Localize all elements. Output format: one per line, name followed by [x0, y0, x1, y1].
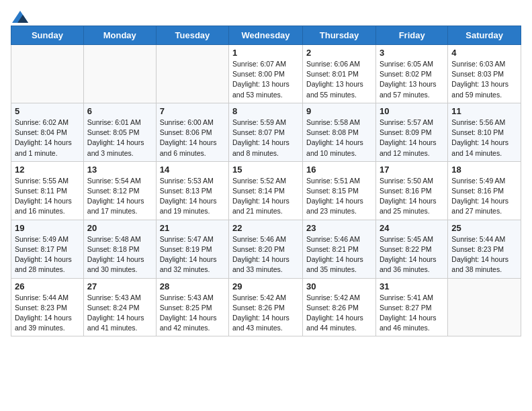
day-number: 20 — [87, 223, 152, 233]
calendar-cell: 28Sunrise: 5:43 AM Sunset: 8:25 PM Dayli… — [156, 278, 228, 336]
day-number: 13 — [87, 165, 152, 175]
day-header-saturday: Saturday — [448, 26, 521, 45]
calendar-cell: 14Sunrise: 5:53 AM Sunset: 8:13 PM Dayli… — [156, 161, 228, 220]
day-number: 3 — [380, 48, 444, 58]
day-number: 1 — [232, 48, 299, 58]
day-number: 26 — [15, 281, 80, 291]
day-number: 9 — [306, 106, 372, 116]
calendar-cell: 15Sunrise: 5:52 AM Sunset: 8:14 PM Dayli… — [229, 161, 303, 220]
calendar-cell: 30Sunrise: 5:42 AM Sunset: 8:26 PM Dayli… — [303, 278, 376, 336]
day-info: Sunrise: 5:52 AM Sunset: 8:14 PM Dayligh… — [232, 176, 299, 217]
calendar-cell: 18Sunrise: 5:49 AM Sunset: 8:16 PM Dayli… — [448, 161, 521, 220]
day-number: 15 — [232, 165, 299, 175]
day-info: Sunrise: 5:46 AM Sunset: 8:20 PM Dayligh… — [232, 234, 299, 275]
day-info: Sunrise: 6:06 AM Sunset: 8:01 PM Dayligh… — [306, 59, 372, 100]
day-number: 31 — [380, 281, 444, 291]
day-info: Sunrise: 5:51 AM Sunset: 8:15 PM Dayligh… — [306, 176, 372, 217]
calendar-week-row: 19Sunrise: 5:49 AM Sunset: 8:17 PM Dayli… — [11, 220, 521, 278]
day-info: Sunrise: 5:56 AM Sunset: 8:10 PM Dayligh… — [451, 118, 517, 158]
calendar-cell — [83, 45, 156, 103]
day-info: Sunrise: 6:03 AM Sunset: 8:03 PM Dayligh… — [451, 59, 517, 100]
day-info: Sunrise: 6:07 AM Sunset: 8:00 PM Dayligh… — [232, 59, 299, 100]
calendar-cell: 29Sunrise: 5:42 AM Sunset: 8:26 PM Dayli… — [229, 278, 303, 336]
day-number: 30 — [306, 281, 372, 291]
day-info: Sunrise: 5:44 AM Sunset: 8:23 PM Dayligh… — [15, 293, 80, 334]
day-info: Sunrise: 5:41 AM Sunset: 8:27 PM Dayligh… — [380, 293, 444, 334]
day-number: 27 — [87, 281, 152, 291]
day-number: 5 — [15, 106, 80, 116]
day-number: 18 — [451, 165, 517, 175]
calendar-week-row: 12Sunrise: 5:55 AM Sunset: 8:11 PM Dayli… — [11, 161, 521, 220]
day-number: 17 — [380, 165, 444, 175]
day-info: Sunrise: 6:01 AM Sunset: 8:05 PM Dayligh… — [87, 118, 152, 158]
day-info: Sunrise: 5:42 AM Sunset: 8:26 PM Dayligh… — [232, 293, 299, 334]
calendar-cell: 21Sunrise: 5:47 AM Sunset: 8:19 PM Dayli… — [156, 220, 228, 278]
day-info: Sunrise: 5:53 AM Sunset: 8:13 PM Dayligh… — [160, 176, 225, 217]
day-header-monday: Monday — [83, 26, 156, 45]
day-number: 7 — [160, 106, 225, 116]
day-header-tuesday: Tuesday — [156, 26, 228, 45]
calendar-cell: 5Sunrise: 6:02 AM Sunset: 8:04 PM Daylig… — [11, 103, 84, 161]
day-info: Sunrise: 5:58 AM Sunset: 8:08 PM Dayligh… — [306, 118, 372, 158]
day-header-sunday: Sunday — [11, 26, 84, 45]
calendar-cell: 1Sunrise: 6:07 AM Sunset: 8:00 PM Daylig… — [229, 45, 303, 103]
calendar-cell: 25Sunrise: 5:44 AM Sunset: 8:23 PM Dayli… — [448, 220, 521, 278]
calendar-cell: 23Sunrise: 5:46 AM Sunset: 8:21 PM Dayli… — [303, 220, 376, 278]
day-header-wednesday: Wednesday — [229, 26, 303, 45]
day-number: 23 — [306, 223, 372, 233]
day-number: 22 — [232, 223, 299, 233]
day-info: Sunrise: 5:49 AM Sunset: 8:16 PM Dayligh… — [451, 176, 517, 217]
calendar-cell: 4Sunrise: 6:03 AM Sunset: 8:03 PM Daylig… — [448, 45, 521, 103]
day-number: 16 — [306, 165, 372, 175]
calendar-cell: 7Sunrise: 6:00 AM Sunset: 8:06 PM Daylig… — [156, 103, 228, 161]
calendar-cell — [156, 45, 228, 103]
day-number: 11 — [451, 106, 517, 116]
calendar-cell: 17Sunrise: 5:50 AM Sunset: 8:16 PM Dayli… — [375, 161, 447, 220]
calendar-cell: 19Sunrise: 5:49 AM Sunset: 8:17 PM Dayli… — [11, 220, 84, 278]
calendar-header-row: SundayMondayTuesdayWednesdayThursdayFrid… — [11, 26, 521, 45]
day-info: Sunrise: 5:50 AM Sunset: 8:16 PM Dayligh… — [380, 176, 444, 217]
calendar-cell: 12Sunrise: 5:55 AM Sunset: 8:11 PM Dayli… — [11, 161, 84, 220]
calendar-cell: 6Sunrise: 6:01 AM Sunset: 8:05 PM Daylig… — [83, 103, 156, 161]
day-info: Sunrise: 5:43 AM Sunset: 8:24 PM Dayligh… — [87, 293, 152, 334]
logo — [11, 11, 28, 20]
calendar-week-row: 1Sunrise: 6:07 AM Sunset: 8:00 PM Daylig… — [11, 45, 521, 103]
day-info: Sunrise: 5:55 AM Sunset: 8:11 PM Dayligh… — [15, 176, 80, 217]
day-header-thursday: Thursday — [303, 26, 376, 45]
calendar-cell: 27Sunrise: 5:43 AM Sunset: 8:24 PM Dayli… — [83, 278, 156, 336]
day-number: 19 — [15, 223, 80, 233]
day-number: 2 — [306, 48, 372, 58]
day-info: Sunrise: 5:45 AM Sunset: 8:22 PM Dayligh… — [380, 234, 444, 275]
day-number: 14 — [160, 165, 225, 175]
calendar-cell: 26Sunrise: 5:44 AM Sunset: 8:23 PM Dayli… — [11, 278, 84, 336]
calendar-cell: 2Sunrise: 6:06 AM Sunset: 8:01 PM Daylig… — [303, 45, 376, 103]
calendar-cell: 31Sunrise: 5:41 AM Sunset: 8:27 PM Dayli… — [375, 278, 447, 336]
calendar-cell: 16Sunrise: 5:51 AM Sunset: 8:15 PM Dayli… — [303, 161, 376, 220]
day-info: Sunrise: 5:59 AM Sunset: 8:07 PM Dayligh… — [232, 118, 299, 158]
day-info: Sunrise: 5:42 AM Sunset: 8:26 PM Dayligh… — [306, 293, 372, 334]
calendar-week-row: 5Sunrise: 6:02 AM Sunset: 8:04 PM Daylig… — [11, 103, 521, 161]
calendar-cell: 9Sunrise: 5:58 AM Sunset: 8:08 PM Daylig… — [303, 103, 376, 161]
calendar-cell: 8Sunrise: 5:59 AM Sunset: 8:07 PM Daylig… — [229, 103, 303, 161]
day-number: 10 — [380, 106, 444, 116]
calendar-cell: 24Sunrise: 5:45 AM Sunset: 8:22 PM Dayli… — [375, 220, 447, 278]
day-info: Sunrise: 5:54 AM Sunset: 8:12 PM Dayligh… — [87, 176, 152, 217]
day-info: Sunrise: 5:48 AM Sunset: 8:18 PM Dayligh… — [87, 234, 152, 275]
day-info: Sunrise: 5:44 AM Sunset: 8:23 PM Dayligh… — [451, 234, 517, 275]
calendar-cell — [11, 45, 84, 103]
calendar-cell: 20Sunrise: 5:48 AM Sunset: 8:18 PM Dayli… — [83, 220, 156, 278]
day-info: Sunrise: 5:43 AM Sunset: 8:25 PM Dayligh… — [160, 293, 225, 334]
day-number: 6 — [87, 106, 152, 116]
day-info: Sunrise: 5:46 AM Sunset: 8:21 PM Dayligh… — [306, 234, 372, 275]
day-header-friday: Friday — [375, 26, 447, 45]
day-info: Sunrise: 5:47 AM Sunset: 8:19 PM Dayligh… — [160, 234, 225, 275]
day-info: Sunrise: 6:00 AM Sunset: 8:06 PM Dayligh… — [160, 118, 225, 158]
day-number: 25 — [451, 223, 517, 233]
logo-icon — [12, 11, 28, 23]
calendar-cell: 10Sunrise: 5:57 AM Sunset: 8:09 PM Dayli… — [375, 103, 447, 161]
day-info: Sunrise: 6:02 AM Sunset: 8:04 PM Dayligh… — [15, 118, 80, 158]
day-info: Sunrise: 5:57 AM Sunset: 8:09 PM Dayligh… — [380, 118, 444, 158]
day-info: Sunrise: 5:49 AM Sunset: 8:17 PM Dayligh… — [15, 234, 80, 275]
day-number: 4 — [451, 48, 517, 58]
calendar-cell: 3Sunrise: 6:05 AM Sunset: 8:02 PM Daylig… — [375, 45, 447, 103]
